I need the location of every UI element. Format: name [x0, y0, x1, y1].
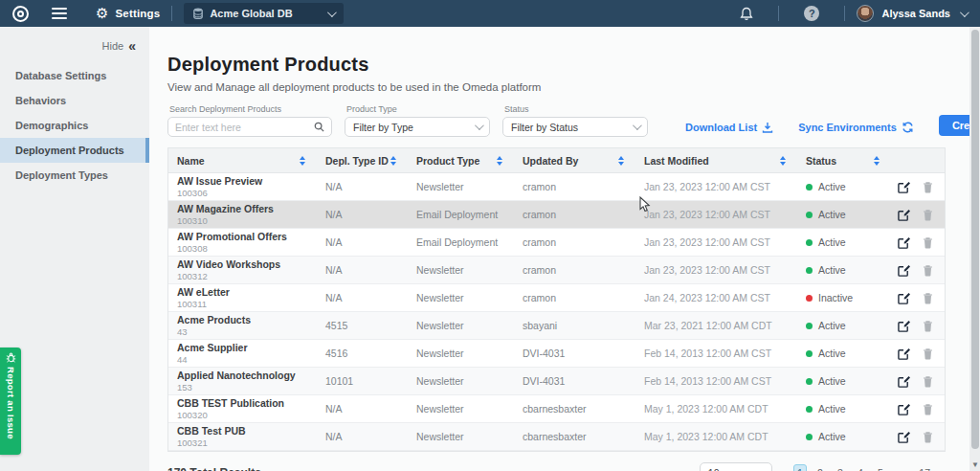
sidebar-item-behaviors[interactable]: Behaviors [0, 88, 149, 113]
last-modified-cell: Feb 14, 2013 12:00 AM CST [635, 348, 797, 359]
column-header-product-type[interactable]: Product Type [408, 148, 514, 172]
sidebar-item-deployment-products[interactable]: Deployment Products [0, 138, 149, 163]
settings-gear-icon[interactable]: ⚙ [96, 5, 108, 22]
search-icon[interactable] [314, 122, 324, 132]
last-modified-cell: Jan 24, 2023 12:00 AM CST [635, 292, 797, 303]
edit-button[interactable] [898, 236, 910, 249]
vertical-scrollbar[interactable]: ▼ [969, 27, 980, 471]
prev-page-button[interactable]: ‹ [781, 466, 785, 471]
delete-button[interactable] [923, 431, 933, 443]
table-row[interactable]: AW Video Workshops100312N/ANewslettercra… [168, 257, 945, 284]
table-row[interactable]: AW Issue Preview100306N/ANewslettercramo… [168, 173, 945, 201]
settings-label: Settings [115, 8, 160, 19]
edit-button[interactable] [898, 431, 910, 443]
product-id: 100311 [177, 299, 317, 309]
table-row[interactable]: AW Magazine Offers100310N/AEmail Deploym… [168, 201, 945, 229]
table-header-row: NameDepl. Type IDProduct TypeUpdated ByL… [168, 148, 945, 173]
status-dot-icon [806, 184, 813, 191]
column-header-last-modified[interactable]: Last Modified [635, 148, 797, 172]
table-row[interactable]: AW eLetter100311N/ANewslettercramonJan 2… [168, 284, 945, 312]
help-icon[interactable]: ? [804, 6, 819, 21]
delete-button[interactable] [923, 403, 933, 415]
product-type-cell: Newsletter [408, 375, 514, 387]
table-row[interactable]: AW Promotional Offers100308N/AEmail Depl… [168, 229, 945, 257]
edit-button[interactable] [898, 264, 910, 277]
table-row[interactable]: Acme Products434515NewslettersbayaniMar … [168, 312, 945, 340]
product-name-cell: Applied Nanotechnology153 [168, 370, 317, 392]
sort-icon[interactable] [618, 156, 624, 166]
delete-button[interactable] [923, 181, 933, 193]
sidebar-hide-toggle[interactable]: Hide « [0, 27, 149, 63]
page-number-3[interactable]: 3 [834, 465, 847, 471]
delete-button[interactable] [923, 348, 933, 360]
database-selector[interactable]: Acme Global DB [184, 3, 343, 24]
page-number-1[interactable]: 1 [793, 464, 807, 471]
sidebar-item-demographics[interactable]: Demographics [0, 113, 149, 138]
status-label: Inactive [818, 292, 853, 303]
updated-by-cell: cbarnesbaxter [514, 431, 635, 442]
page-number-2[interactable]: 2 [813, 465, 827, 471]
status-dot-icon [806, 378, 813, 385]
sidebar-item-deployment-types[interactable]: Deployment Types [0, 163, 149, 188]
sort-icon[interactable] [300, 156, 305, 166]
column-header-depl-type-id[interactable]: Depl. Type ID [317, 148, 408, 172]
table-row[interactable]: Acme Supplier444516NewsletterDVI-4031Feb… [168, 340, 945, 368]
user-avatar[interactable] [857, 5, 874, 22]
column-label: Status [806, 155, 836, 167]
column-label: Product Type [416, 155, 479, 167]
last-modified-cell: Jan 23, 2023 12:00 AM CST [635, 236, 797, 248]
delete-button[interactable] [923, 236, 933, 249]
edit-button[interactable] [898, 348, 910, 360]
product-id: 100321 [177, 437, 317, 448]
column-label: Updated By [523, 155, 578, 167]
page-size-select[interactable]: 10 [700, 462, 772, 471]
delete-button[interactable] [923, 320, 933, 332]
delete-button[interactable] [923, 292, 933, 304]
edit-button[interactable] [898, 292, 910, 304]
column-header-name[interactable]: Name [168, 148, 317, 172]
sidebar-item-database-settings[interactable]: Database Settings [0, 63, 149, 88]
status-select[interactable]: Filter by Status [502, 117, 648, 137]
column-header-updated-by[interactable]: Updated By [514, 148, 635, 172]
sort-icon[interactable] [497, 156, 502, 166]
delete-button[interactable] [923, 375, 933, 388]
edit-button[interactable] [898, 209, 910, 221]
report-issue-tab[interactable]: Report an Issue [0, 348, 21, 455]
table-row[interactable]: Applied Nanotechnology15310101Newsletter… [168, 368, 945, 395]
edit-button[interactable] [898, 375, 910, 388]
sort-icon[interactable] [874, 156, 880, 166]
delete-button[interactable] [923, 209, 933, 221]
table-row[interactable]: CBB TEST Publication100320N/ANewsletterc… [168, 395, 945, 423]
scrollbar-thumb[interactable] [971, 30, 979, 449]
pagination: 10 ‹ 12345…17 › [700, 462, 946, 471]
sort-icon[interactable] [780, 156, 786, 166]
hide-label: Hide [102, 40, 124, 52]
user-menu-chevron-icon[interactable] [960, 8, 969, 17]
actions-cell [891, 292, 945, 304]
sync-environments-button[interactable]: Sync Environments [798, 122, 914, 137]
edit-button[interactable] [898, 403, 910, 415]
column-label: Depl. Type ID [325, 155, 389, 167]
scroll-down-arrow-icon[interactable]: ▼ [971, 460, 979, 469]
column-header-status[interactable]: Status [797, 148, 891, 172]
page-number-5[interactable]: 5 [874, 465, 887, 471]
page-number-17[interactable]: 17 [916, 465, 933, 471]
sort-icon[interactable] [390, 156, 396, 166]
product-name-cell: CBB TEST Publication100320 [168, 398, 317, 420]
page-number-4[interactable]: 4 [854, 465, 867, 471]
status-dot-icon [806, 212, 813, 218]
next-page-button[interactable]: › [942, 466, 946, 471]
notifications-bell-icon[interactable] [740, 7, 753, 21]
search-input[interactable] [175, 122, 314, 133]
edit-button[interactable] [898, 320, 910, 332]
page-ellipsis: … [894, 465, 910, 471]
table-row[interactable]: CBB Test PUB100321N/ANewslettercbarnesba… [168, 423, 945, 451]
edit-button[interactable] [898, 181, 910, 193]
divider [778, 6, 779, 21]
updated-by-cell: cbarnesbaxter [514, 403, 635, 415]
hamburger-menu-icon[interactable] [52, 8, 67, 19]
omeda-logo-icon[interactable] [12, 6, 29, 22]
delete-button[interactable] [923, 264, 933, 277]
download-list-button[interactable]: Download List [685, 122, 773, 137]
product-type-select[interactable]: Filter by Type [345, 117, 490, 137]
